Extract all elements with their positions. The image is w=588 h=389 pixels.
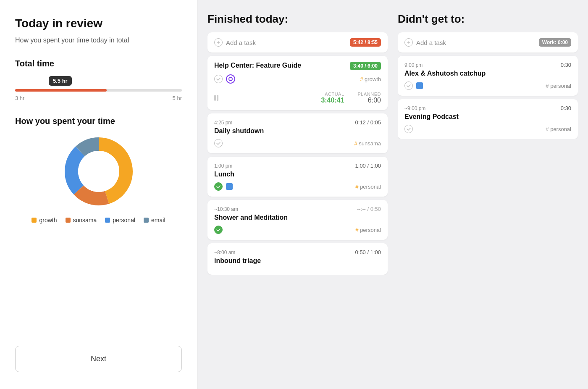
email-dot <box>144 218 149 223</box>
shower-time: ~10:30 am <box>214 206 238 212</box>
didnt-get-tasks-list: + Add a task Work: 0:00 9:00 pm 0:30 Ale… <box>398 32 578 139</box>
alex-icons <box>404 81 423 90</box>
feature-guide-card: Help Center: Feature Guide 3:40 / 6:00 #… <box>207 56 388 110</box>
feature-guide-tag: # growth <box>360 76 381 82</box>
pause-icon <box>214 95 218 101</box>
didnt-time-badge: Work: 0:00 <box>539 38 571 47</box>
right-panels: Finished today: + Add a task 5:42 / 8:55… <box>197 0 588 389</box>
didnt-add-task-left: + Add a task <box>404 38 446 47</box>
shower-icons <box>214 226 223 234</box>
actual-planned: ACTUAL 3:40:41 PLANNED 6:00 <box>214 88 381 104</box>
svg-point-5 <box>78 151 119 192</box>
total-time-label: Total time <box>15 59 182 68</box>
add-task-label: Add a task <box>226 39 256 46</box>
inbound-time: ~8:00 am <box>214 250 235 255</box>
lunch-title: Lunch <box>214 171 381 178</box>
didnt-add-task-card[interactable]: + Add a task Work: 0:00 <box>398 32 578 53</box>
lunch-check[interactable] <box>214 182 223 191</box>
daily-shutdown-check[interactable] <box>214 139 223 147</box>
legend-sunsama: sunsama <box>66 217 97 223</box>
lunch-duration: 1:00 / 1:00 <box>355 163 381 169</box>
purple-icon <box>226 74 235 84</box>
shower-check[interactable] <box>214 226 223 234</box>
shower-duration: --:-- / 0:50 <box>357 206 381 212</box>
lunch-card: 1:00 pm 1:00 / 1:00 Lunch # personal <box>207 157 388 197</box>
growth-label: growth <box>39 217 57 223</box>
didnt-add-task-label: Add a task <box>416 39 446 46</box>
shower-card: ~10:30 am --:-- / 0:50 Shower and Medita… <box>207 200 388 240</box>
next-button[interactable]: Next <box>15 346 182 372</box>
progress-fill <box>15 89 107 92</box>
progress-tooltip: 5.5 hr <box>49 76 72 86</box>
alex-tag: # personal <box>546 83 571 89</box>
evening-tag: # personal <box>546 126 571 132</box>
page-title: Today in review <box>15 17 182 30</box>
evening-icons <box>404 125 413 133</box>
legend: growth sunsama personal email <box>15 217 182 223</box>
lunch-icons <box>214 182 233 191</box>
actual-value: 3:40:41 <box>321 97 344 104</box>
inbound-title: inbound triage <box>214 257 381 265</box>
daily-shutdown-time: 4:25 pm <box>214 120 232 126</box>
inbound-triage-card: ~8:00 am 0:50 / 1:00 inbound triage <box>207 243 388 275</box>
finished-time-badge: 5:42 / 8:55 <box>350 38 381 47</box>
shower-title: Shower and Meditation <box>214 214 381 221</box>
feature-guide-title: Help Center: Feature Guide <box>214 62 346 69</box>
lunch-time: 1:00 pm <box>214 163 232 169</box>
feature-guide-badge: 3:40 / 6:00 <box>350 62 381 70</box>
label-5hr: 5 hr <box>173 95 182 101</box>
personal-dot <box>105 218 110 223</box>
finished-column: Finished today: + Add a task 5:42 / 8:55… <box>207 13 388 376</box>
progress-labels: 3 hr 5 hr <box>15 95 182 101</box>
legend-personal: personal <box>105 217 135 223</box>
alex-square-icon <box>416 82 423 89</box>
finished-tasks-list: + Add a task 5:42 / 8:55 Help Center: Fe… <box>207 32 388 275</box>
alex-title: Alex & Ashutosh catchup <box>404 70 571 77</box>
alex-catchup-card: 9:00 pm 0:30 Alex & Ashutosh catchup # p… <box>398 56 578 96</box>
add-icon: + <box>214 38 223 47</box>
evening-podcast-card: ~9:00 pm 0:30 Evening Podcast # personal <box>398 99 578 139</box>
daily-shutdown-duration: 0:12 / 0:05 <box>355 119 381 126</box>
alex-check[interactable] <box>404 81 413 90</box>
progress-track <box>15 89 182 92</box>
evening-duration: 0:30 <box>561 105 571 111</box>
finished-heading: Finished today: <box>207 13 388 26</box>
evening-check[interactable] <box>404 125 413 133</box>
evening-time: ~9:00 pm <box>404 105 425 111</box>
inbound-duration: 0:50 / 1:00 <box>355 249 381 255</box>
actual-label: ACTUAL <box>325 92 344 97</box>
daily-shutdown-icons <box>214 139 223 147</box>
sunsama-dot <box>66 218 71 223</box>
didnt-add-icon: + <box>404 38 413 47</box>
finished-add-task-card[interactable]: + Add a task 5:42 / 8:55 <box>207 32 388 53</box>
daily-shutdown-tag: # sunsama <box>354 140 381 147</box>
daily-shutdown-title: Daily shutdown <box>214 127 381 135</box>
legend-growth: growth <box>32 217 57 223</box>
personal-label: personal <box>113 217 135 223</box>
planned-value: 6:00 <box>368 97 381 104</box>
how-spent-label: How you spent your time <box>15 116 182 126</box>
left-panel: Today in review How you spent your time … <box>0 0 197 389</box>
email-label: email <box>151 217 165 223</box>
lunch-square-icon <box>226 183 233 190</box>
didnt-get-column: Didn't get to: + Add a task Work: 0:00 9… <box>398 13 578 376</box>
planned-label: PLANNED <box>358 92 381 97</box>
label-3hr: 3 hr <box>15 95 24 101</box>
subtitle: How you spent your time today in total <box>15 35 182 45</box>
add-task-left: + Add a task <box>214 38 256 47</box>
shower-tag: # personal <box>355 227 381 233</box>
lunch-tag: # personal <box>355 184 381 190</box>
growth-dot <box>32 218 37 223</box>
alex-time: 9:00 pm <box>404 62 423 68</box>
didnt-get-heading: Didn't get to: <box>398 13 578 26</box>
donut-section: How you spent your time growth <box>15 116 182 223</box>
daily-shutdown-card: 4:25 pm 0:12 / 0:05 Daily shutdown # sun… <box>207 113 388 153</box>
alex-duration: 0:30 <box>561 62 571 68</box>
evening-title: Evening Podcast <box>404 113 571 121</box>
total-time-section: Total time 5.5 hr 3 hr 5 hr <box>15 59 182 101</box>
sunsama-label: sunsama <box>73 217 97 223</box>
legend-email: email <box>144 217 165 223</box>
check-circle-feature[interactable] <box>214 75 223 83</box>
donut-chart <box>15 134 182 209</box>
